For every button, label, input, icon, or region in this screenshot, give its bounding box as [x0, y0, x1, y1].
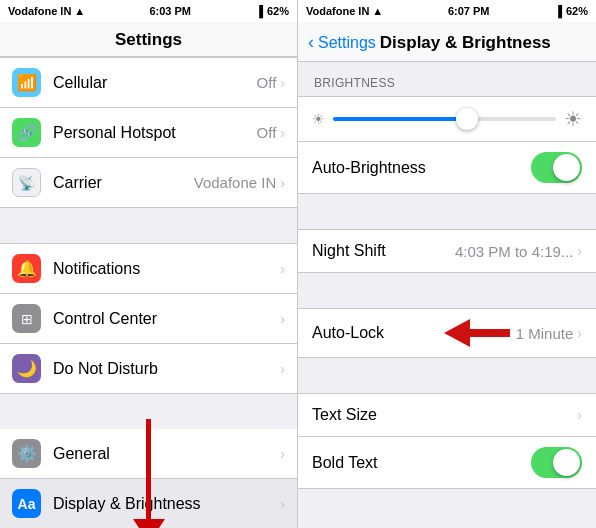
- bold-text-toggle[interactable]: [531, 447, 582, 478]
- carrier-value: Vodafone IN: [194, 174, 277, 191]
- general-chevron: ›: [280, 446, 285, 462]
- settings-group-2: 🔔 Notifications › ⊞ Control Center › 🌙 D…: [0, 243, 297, 394]
- right-nav-bar: ‹ Settings Display & Brightness: [298, 22, 596, 62]
- left-nav-bar: Settings: [0, 22, 297, 57]
- text-size-item[interactable]: Text Size ›: [298, 393, 596, 437]
- back-chevron-icon: ‹: [308, 32, 314, 53]
- battery-icon: ▐: [255, 5, 263, 17]
- carrier-chevron: ›: [280, 175, 285, 191]
- night-shift-value: 4:03 PM to 4:19...: [455, 243, 573, 260]
- brightness-slider-thumb[interactable]: [456, 108, 478, 130]
- general-label: General: [53, 445, 280, 463]
- carrier-icon: 📡: [12, 168, 41, 197]
- control-center-icon: ⊞: [12, 304, 41, 333]
- cellular-chevron: ›: [280, 75, 285, 91]
- hotspot-label: Personal Hotspot: [53, 124, 257, 142]
- auto-lock-value: 1 Minute: [516, 325, 574, 342]
- control-center-chevron: ›: [280, 311, 285, 327]
- night-shift-chevron: ›: [577, 243, 582, 259]
- auto-brightness-item[interactable]: Auto-Brightness: [298, 142, 596, 194]
- text-size-label: Text Size: [312, 406, 577, 424]
- brightness-slider-fill: [333, 117, 467, 121]
- right-panel: Vodafone IN ▲ 6:07 PM ▐ 62% ‹ Settings D…: [298, 0, 596, 528]
- notifications-chevron: ›: [280, 261, 285, 277]
- right-status-bar: Vodafone IN ▲ 6:07 PM ▐ 62%: [298, 0, 596, 22]
- right-wifi-icon: ▲: [372, 5, 383, 17]
- general-item[interactable]: ⚙️ General ›: [0, 429, 297, 479]
- night-shift-item[interactable]: Night Shift 4:03 PM to 4:19... ›: [298, 229, 596, 273]
- arrow-body: [470, 329, 510, 337]
- auto-brightness-label: Auto-Brightness: [312, 159, 531, 177]
- settings-group-1: 📶 Cellular Off › 🔗 Personal Hotspot Off …: [0, 57, 297, 208]
- right-divider-4: [298, 489, 596, 524]
- wifi-icon: ▲: [74, 5, 85, 17]
- right-divider-3: [298, 358, 596, 393]
- general-icon: ⚙️: [12, 439, 41, 468]
- right-time: 6:07 PM: [448, 5, 490, 17]
- control-center-item[interactable]: ⊞ Control Center ›: [0, 294, 297, 344]
- bold-text-toggle-knob: [553, 449, 580, 476]
- left-arrow-icon: [444, 319, 470, 347]
- text-size-chevron: ›: [577, 407, 582, 423]
- hotspot-value: Off: [257, 124, 277, 141]
- right-battery: 62%: [566, 5, 588, 17]
- control-center-label: Control Center: [53, 310, 280, 328]
- bold-text-item[interactable]: Bold Text: [298, 437, 596, 489]
- display-brightness-item[interactable]: Aa Display & Brightness ›: [0, 479, 297, 528]
- right-divider-2: [298, 273, 596, 308]
- right-nav-title: Display & Brightness: [380, 33, 551, 53]
- back-label: Settings: [318, 34, 376, 52]
- cellular-label: Cellular: [53, 74, 257, 92]
- left-battery: 62%: [267, 5, 289, 17]
- brightness-section-header: BRIGHTNESS: [298, 62, 596, 96]
- dnd-icon: 🌙: [12, 354, 41, 383]
- hotspot-item[interactable]: 🔗 Personal Hotspot Off ›: [0, 108, 297, 158]
- left-time: 6:03 PM: [149, 5, 191, 17]
- right-content: BRIGHTNESS ☀ ☀ Auto-Brightness Night Shi…: [298, 62, 596, 528]
- brightness-low-icon: ☀: [312, 111, 325, 127]
- left-settings-list: 📶 Cellular Off › 🔗 Personal Hotspot Off …: [0, 57, 297, 528]
- auto-lock-arrow-indicator: [444, 319, 510, 347]
- display-brightness-icon: Aa: [12, 489, 41, 518]
- right-divider-1: [298, 194, 596, 229]
- cellular-icon: 📶: [12, 68, 41, 97]
- display-brightness-label: Display & Brightness: [53, 495, 280, 513]
- carrier-label: Carrier: [53, 174, 194, 192]
- dnd-label: Do Not Disturb: [53, 360, 280, 378]
- auto-lock-label: Auto-Lock: [312, 324, 444, 342]
- right-carrier: Vodafone IN: [306, 5, 369, 17]
- cellular-item[interactable]: 📶 Cellular Off ›: [0, 57, 297, 108]
- hotspot-icon: 🔗: [12, 118, 41, 147]
- bold-text-label: Bold Text: [312, 454, 531, 472]
- display-zoom-header: DISPLAY ZOOM: [298, 524, 596, 528]
- brightness-high-icon: ☀: [564, 107, 582, 131]
- carrier-item[interactable]: 📡 Carrier Vodafone IN ›: [0, 158, 297, 208]
- auto-lock-item[interactable]: Auto-Lock 1 Minute ›: [298, 308, 596, 358]
- left-nav-title: Settings: [115, 30, 182, 49]
- notifications-label: Notifications: [53, 260, 280, 278]
- left-carrier: Vodafone IN: [8, 5, 71, 17]
- hotspot-chevron: ›: [280, 125, 285, 141]
- back-button[interactable]: ‹ Settings: [308, 32, 376, 53]
- night-shift-label: Night Shift: [312, 242, 455, 260]
- auto-brightness-toggle[interactable]: [531, 152, 582, 183]
- dnd-chevron: ›: [280, 361, 285, 377]
- left-status-bar: Vodafone IN ▲ 6:03 PM ▐ 62%: [0, 0, 297, 22]
- divider-2: [0, 394, 297, 429]
- cellular-value: Off: [257, 74, 277, 91]
- settings-group-3: ⚙️ General › Aa Display & Brightness › ❄…: [0, 429, 297, 528]
- divider-1: [0, 208, 297, 243]
- auto-lock-chevron: ›: [577, 325, 582, 341]
- notifications-item[interactable]: 🔔 Notifications ›: [0, 243, 297, 294]
- right-battery-icon: ▐: [554, 5, 562, 17]
- notifications-icon: 🔔: [12, 254, 41, 283]
- toggle-knob: [553, 154, 580, 181]
- brightness-slider-row[interactable]: ☀ ☀: [298, 96, 596, 142]
- dnd-item[interactable]: 🌙 Do Not Disturb ›: [0, 344, 297, 394]
- display-brightness-chevron: ›: [280, 496, 285, 512]
- brightness-slider-track[interactable]: [333, 117, 556, 121]
